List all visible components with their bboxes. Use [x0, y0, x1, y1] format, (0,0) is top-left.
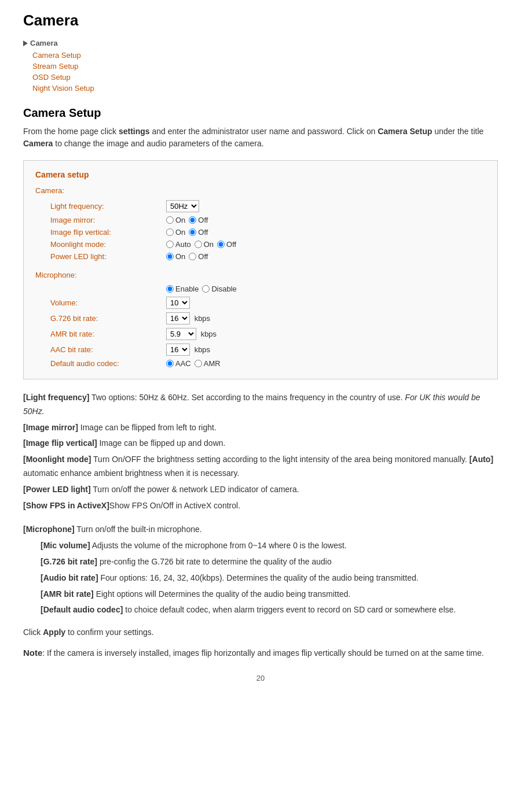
codec-amr-label[interactable]: AMR — [195, 359, 221, 368]
mic-enable-label[interactable]: Enable — [166, 285, 199, 293]
desc-default-codec-bold: [Default audio codec] — [41, 605, 123, 614]
image-flip-radios: On Off — [166, 228, 236, 237]
aac-unit: kbps — [195, 345, 210, 354]
box-title: Camera setup — [35, 170, 486, 179]
aac-select[interactable]: 16 24 32 40 — [166, 344, 190, 356]
nav-section-label: Camera — [23, 39, 498, 47]
mic-disable-radio[interactable] — [202, 285, 210, 293]
image-mirror-off-radio[interactable] — [189, 216, 196, 224]
desc-light-freq: [Light frequency] Two options: 50Hz & 60… — [23, 391, 498, 419]
volume-control[interactable]: 10 — [163, 295, 240, 311]
mic-fields-table: Enable Disable Volume: 10 G.726 bit rate… — [47, 283, 240, 370]
power-led-control[interactable]: On Off — [163, 250, 240, 263]
camera-fields-table: Light frequency: 50Hz 60Hz Image mirror:… — [47, 198, 240, 263]
codec-aac-radio[interactable] — [166, 360, 174, 367]
table-row: AMR bit rate: 5.9 6.7 7.4 7.95 kbps — [47, 326, 240, 342]
g726-control[interactable]: 16 24 32 40 kbps — [163, 311, 240, 326]
nav-section-text: Camera — [30, 39, 58, 47]
desc-moonlight: [Moonlight mode] Turn On/OFF the brightn… — [23, 453, 498, 481]
desc-audio-bitrate: [Audio bit rate] Four options: 16, 24, 3… — [41, 571, 498, 585]
nav-item-night-vision-setup[interactable]: Night Vision Setup — [32, 84, 498, 93]
power-led-on-label[interactable]: On — [166, 252, 185, 261]
amr-label: AMR bit rate: — [47, 326, 163, 342]
desc-power-led: [Power LED light] Turn on/off the power … — [23, 483, 498, 497]
desc-mic-volume: [Mic volume] Adjusts the volume of the m… — [41, 539, 498, 553]
camera-group-label: Camera: — [35, 186, 486, 195]
codec-amr-radio[interactable] — [195, 360, 202, 367]
desc-mic-bold: [Microphone] — [23, 525, 75, 534]
table-row: Volume: 10 — [47, 295, 240, 311]
g726-unit: kbps — [195, 314, 210, 323]
table-row: Power LED light: On Off — [47, 250, 240, 263]
desc-power-led-bold: [Power LED light] — [23, 485, 91, 494]
amr-select[interactable]: 5.9 6.7 7.4 7.95 — [166, 328, 196, 340]
power-led-label: Power LED light: — [47, 250, 163, 263]
moonlight-off-radio[interactable] — [217, 241, 225, 248]
image-mirror-off-label[interactable]: Off — [189, 216, 208, 224]
light-frequency-label: Light frequency: — [47, 198, 163, 214]
desc-mic-vol-bold: [Mic volume] — [41, 541, 90, 550]
desc-image-mirror-bold: [Image mirror] — [23, 423, 78, 432]
table-row: Moonlight mode: Auto On Off — [47, 238, 240, 250]
desc-g726-bold: [G.726 bit rate] — [41, 557, 97, 566]
codec-aac-label[interactable]: AAC — [166, 359, 191, 368]
camera-bold: Camera — [23, 139, 53, 148]
moonlight-auto-radio[interactable] — [166, 241, 174, 248]
mic-enable-control[interactable]: Enable Disable — [163, 283, 240, 295]
image-flip-off-label[interactable]: Off — [189, 228, 208, 237]
g726-select[interactable]: 16 24 32 40 — [166, 312, 190, 324]
desc-show-fps-bold: [Show FPS in ActiveX] — [23, 501, 109, 510]
moonlight-on-label[interactable]: On — [195, 240, 214, 249]
mic-disable-label[interactable]: Disable — [202, 285, 236, 293]
image-mirror-on-radio[interactable] — [166, 216, 174, 224]
image-mirror-label: Image mirror: — [47, 214, 163, 226]
moonlight-on-radio[interactable] — [195, 241, 202, 248]
amr-unit: kbps — [201, 330, 217, 338]
desc-moonlight-bold: [Moonlight mode] — [23, 455, 91, 464]
default-codec-control[interactable]: AAC AMR — [163, 357, 240, 370]
apply-bold: Apply — [43, 628, 65, 637]
image-flip-label: Image flip vertical: — [47, 226, 163, 238]
light-frequency-control[interactable]: 50Hz 60Hz — [163, 198, 240, 214]
camera-setup-bold: Camera Setup — [377, 127, 432, 136]
moonlight-off-label[interactable]: Off — [217, 240, 236, 249]
image-mirror-on-label[interactable]: On — [166, 216, 185, 224]
table-row: Enable Disable — [47, 283, 240, 295]
image-flip-on-label[interactable]: On — [166, 228, 185, 237]
power-led-off-radio[interactable] — [189, 253, 196, 260]
nav-items-list: Camera Setup Stream Setup OSD Setup Nigh… — [32, 51, 498, 93]
table-row: G.726 bit rate: 16 24 32 40 kbps — [47, 311, 240, 326]
desc-microphone: [Microphone] Turn on/off the built-in mi… — [23, 523, 498, 537]
image-mirror-control[interactable]: On Off — [163, 214, 240, 226]
moonlight-auto-label[interactable]: Auto — [166, 240, 191, 249]
desc-default-codec: [Default audio codec] to choice default … — [41, 603, 498, 617]
power-led-on-radio[interactable] — [166, 253, 174, 260]
default-codec-radios: AAC AMR — [166, 359, 237, 368]
image-flip-off-radio[interactable] — [189, 228, 196, 236]
power-led-radios: On Off — [166, 252, 236, 261]
page-number: 20 — [23, 674, 498, 682]
mic-enable-radio[interactable] — [166, 285, 174, 293]
power-led-off-label[interactable]: Off — [189, 252, 208, 261]
image-flip-control[interactable]: On Off — [163, 226, 240, 238]
camera-setup-description: From the home page click settings and en… — [23, 126, 498, 150]
amr-control[interactable]: 5.9 6.7 7.4 7.95 kbps — [163, 326, 240, 342]
g726-label: G.726 bit rate: — [47, 311, 163, 326]
desc-amr-bold: [AMR bit rate] — [41, 589, 94, 599]
volume-select[interactable]: 10 — [166, 297, 190, 309]
moonlight-control[interactable]: Auto On Off — [163, 238, 240, 250]
light-frequency-select[interactable]: 50Hz 60Hz — [166, 200, 199, 212]
nav-item-camera-setup[interactable]: Camera Setup — [32, 51, 498, 60]
nav-item-osd-setup[interactable]: OSD Setup — [32, 73, 498, 82]
page-title: Camera — [23, 12, 498, 29]
nav-triangle-icon — [23, 40, 28, 46]
aac-control[interactable]: 16 24 32 40 kbps — [163, 342, 240, 357]
desc-image-flip: [Image flip vertical] Image can be flipp… — [23, 437, 498, 451]
image-flip-on-radio[interactable] — [166, 228, 174, 236]
moonlight-label: Moonlight mode: — [47, 238, 163, 250]
nav-item-stream-setup[interactable]: Stream Setup — [32, 62, 498, 71]
desc-audio-bold: [Audio bit rate] — [41, 573, 98, 582]
settings-bold: settings — [119, 127, 150, 136]
table-row: Light frequency: 50Hz 60Hz — [47, 198, 240, 214]
table-row: Image flip vertical: On Off — [47, 226, 240, 238]
